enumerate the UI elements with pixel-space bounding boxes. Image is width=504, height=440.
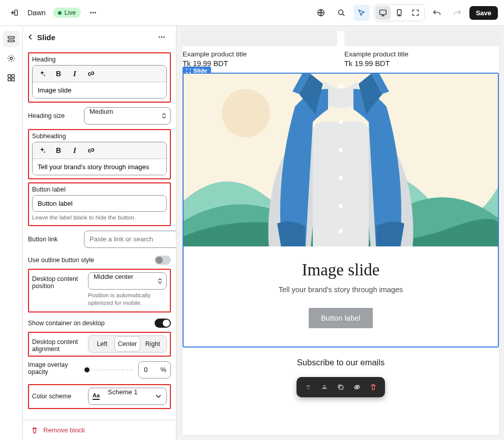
subheading-input[interactable] xyxy=(33,159,166,175)
alignment-center[interactable]: Center xyxy=(115,337,140,351)
section-floating-toolbar xyxy=(297,377,385,397)
newsletter-heading: Subscribe to our emails xyxy=(183,348,499,367)
sidebar-back-button[interactable]: Slide xyxy=(27,33,55,42)
subheading-italic-button[interactable]: I xyxy=(67,144,82,157)
undo-button[interactable] xyxy=(429,5,445,21)
slide-section[interactable]: Slide xyxy=(183,73,499,348)
theme-more-menu[interactable] xyxy=(85,5,101,21)
svg-point-5 xyxy=(338,10,343,15)
outline-toggle[interactable] xyxy=(155,256,171,265)
svg-point-19 xyxy=(44,75,45,76)
redo-button[interactable] xyxy=(449,5,465,21)
search-button[interactable] xyxy=(333,5,349,21)
subheading-ai-icon[interactable] xyxy=(35,144,50,157)
product-title: Example product title xyxy=(344,50,499,58)
viewport-fullscreen[interactable] xyxy=(408,6,423,20)
heading-bold-button[interactable]: B xyxy=(51,67,66,80)
opacity-number-input[interactable]: % xyxy=(138,361,171,379)
svg-rect-10 xyxy=(8,40,15,42)
svg-point-1 xyxy=(90,12,92,14)
svg-point-17 xyxy=(161,37,163,38)
viewport-desktop[interactable] xyxy=(375,6,391,20)
alignment-left[interactable]: Left xyxy=(90,337,115,351)
scheme-select[interactable]: Aa Scheme 1 xyxy=(88,388,167,405)
heading-input[interactable] xyxy=(33,82,166,98)
product-card[interactable]: Example product title Tk 19.99 BDT xyxy=(344,31,499,68)
show-container-label: Show container on desktop xyxy=(28,320,105,327)
product-price: Tk 19.99 BDT xyxy=(344,59,499,68)
button-link-input-wrap[interactable] xyxy=(84,231,176,248)
alignment-segmented: Left Center Right xyxy=(88,335,167,353)
theme-settings-rail-button[interactable] xyxy=(3,50,19,67)
button-label-input[interactable] xyxy=(32,195,167,212)
product-image-placeholder xyxy=(183,31,337,46)
svg-point-11 xyxy=(10,57,13,60)
desktop-position-hint: Position is automatically optimized for … xyxy=(88,292,167,307)
svg-rect-12 xyxy=(8,75,11,77)
svg-point-27 xyxy=(339,229,343,233)
subheading-bold-button[interactable]: B xyxy=(51,144,66,157)
product-card[interactable]: Example product title Tk 19.99 BDT xyxy=(183,31,337,68)
app-embeds-rail-button[interactable] xyxy=(3,70,19,86)
svg-rect-14 xyxy=(8,78,11,81)
subheading-label: Subheading xyxy=(32,133,167,140)
desktop-position-label: Desktop content position xyxy=(32,272,83,290)
button-label-hint: Leave the label blank to hide the button… xyxy=(32,214,167,222)
svg-rect-28 xyxy=(339,386,343,389)
svg-rect-6 xyxy=(379,10,386,15)
preview-canvas: Example product title Tk 19.99 BDT Examp… xyxy=(183,31,499,435)
preview-pane: Example product title Tk 19.99 BDT Examp… xyxy=(176,25,504,440)
exit-editor-button[interactable] xyxy=(6,5,22,21)
sections-rail-button[interactable] xyxy=(3,31,19,47)
subheading-link-button[interactable] xyxy=(83,144,99,157)
heading-ai-icon[interactable] xyxy=(35,67,50,80)
svg-point-24 xyxy=(339,148,343,152)
svg-rect-13 xyxy=(12,75,14,77)
product-row: Example product title Tk 19.99 BDT Examp… xyxy=(183,31,499,73)
svg-point-3 xyxy=(95,12,96,14)
sidebar-more-menu[interactable] xyxy=(154,29,170,45)
slide-cta-button[interactable]: Button label xyxy=(309,308,373,328)
heading-size-label: Heading size xyxy=(28,112,79,119)
remove-block-button[interactable]: Remove block xyxy=(23,420,176,440)
slide-text-block: Image slide Tell your brand's story thro… xyxy=(184,246,498,347)
button-label-label: Button label xyxy=(32,186,167,193)
button-link-input[interactable] xyxy=(84,231,176,247)
move-up-button[interactable] xyxy=(301,380,316,394)
show-container-toggle[interactable] xyxy=(155,319,171,328)
svg-point-18 xyxy=(163,37,165,38)
viewport-group xyxy=(374,4,425,21)
viewport-mobile[interactable] xyxy=(392,6,407,20)
outline-toggle-label: Use outline button style xyxy=(28,257,94,264)
svg-rect-9 xyxy=(8,37,15,39)
svg-point-25 xyxy=(339,176,343,180)
alignment-label: Desktop content alignment xyxy=(32,335,83,353)
inspector-toggle[interactable] xyxy=(353,5,370,21)
localize-button[interactable] xyxy=(313,5,329,21)
button-label-field-group: Button label Leave the label blank to hi… xyxy=(28,182,171,226)
heading-link-button[interactable] xyxy=(83,67,99,80)
hide-button[interactable] xyxy=(349,380,365,394)
opacity-thumb[interactable] xyxy=(83,366,91,373)
hero-image xyxy=(184,74,498,246)
theme-name: Dawn xyxy=(27,9,46,17)
save-button[interactable]: Save xyxy=(469,6,498,20)
delete-button[interactable] xyxy=(366,380,381,394)
opacity-unit: % xyxy=(160,366,166,373)
scheme-icon: Aa xyxy=(93,393,100,400)
sidebar-title: Slide xyxy=(37,33,55,42)
heading-size-select[interactable]: Medium xyxy=(84,107,171,124)
svg-point-26 xyxy=(339,204,343,208)
heading-label: Heading xyxy=(32,56,167,63)
alignment-right[interactable]: Right xyxy=(140,337,165,351)
duplicate-button[interactable] xyxy=(333,380,348,394)
svg-point-2 xyxy=(92,12,94,14)
desktop-position-select[interactable]: Middle center xyxy=(88,272,167,290)
scheme-label: Color scheme xyxy=(32,393,83,400)
svg-point-22 xyxy=(339,84,343,88)
opacity-slider[interactable] xyxy=(84,369,133,371)
heading-italic-button[interactable]: I xyxy=(67,67,82,80)
slide-heading: Image slide xyxy=(194,261,488,279)
move-down-button[interactable] xyxy=(317,380,332,394)
person-illustration xyxy=(234,74,448,246)
